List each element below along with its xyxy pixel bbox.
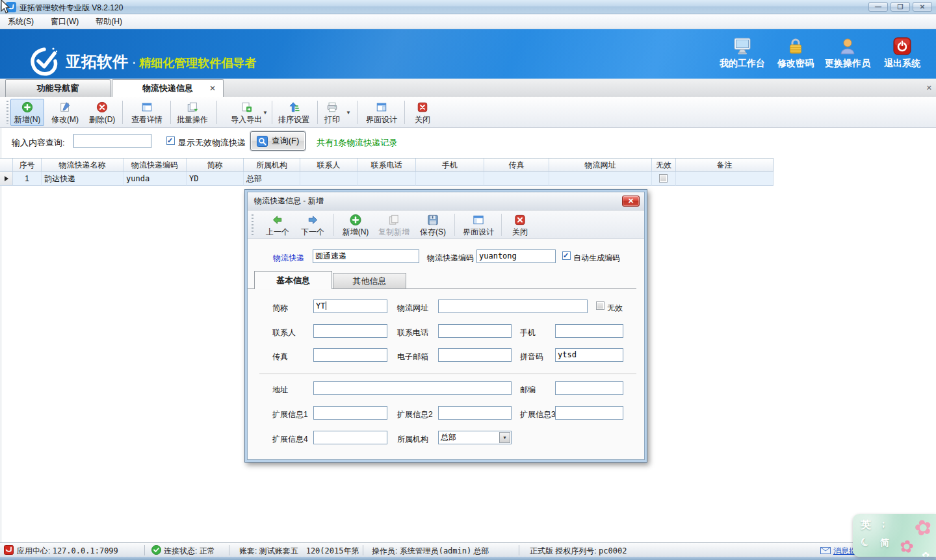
ext4-input[interactable] (313, 431, 387, 444)
close-button[interactable]: ✕ (913, 2, 932, 12)
restore-button[interactable]: ❐ (890, 2, 910, 12)
menu-help[interactable]: 帮助(H) (96, 16, 122, 27)
toolbar-import-export-button[interactable]: 导入导出 (226, 99, 267, 126)
workbench-button[interactable]: 我的工作台 (718, 37, 767, 70)
header-remark[interactable]: 备注 (676, 159, 774, 172)
dialog-next-button[interactable]: 下一个 (297, 212, 328, 238)
header-invalid[interactable]: 无效 (652, 159, 676, 172)
message-icon[interactable] (820, 547, 831, 554)
close-icon (416, 101, 429, 113)
org-select[interactable]: 总部 ▼ (438, 431, 512, 444)
toolbar-batch-button[interactable]: 批量操作 (172, 99, 213, 126)
org-dropdown-button[interactable]: ▼ (499, 432, 510, 443)
dialog-design-button[interactable]: 界面设计 (460, 212, 497, 238)
toolbar-delete-button[interactable]: 删除(D) (85, 99, 119, 126)
contact-input[interactable] (313, 324, 387, 338)
tab-other-info[interactable]: 其他信息 (333, 273, 406, 289)
auto-code-checkbox[interactable] (562, 251, 571, 260)
change-password-button[interactable]: 修改密码 (777, 37, 814, 70)
url-input[interactable] (438, 299, 588, 313)
next-icon (306, 214, 319, 226)
print-caret-icon[interactable]: ▼ (346, 110, 351, 116)
toolbar-edit-button[interactable]: 修改(M) (48, 99, 82, 126)
show-invalid-checkbox[interactable] (166, 136, 175, 145)
toolbar-grip (6, 101, 8, 124)
header-abbr[interactable]: 简称 (187, 159, 244, 172)
tabstrip-close-icon[interactable]: ✕ (926, 84, 932, 92)
menubar: 系统(S) 窗口(W) 帮助(H) (0, 15, 936, 29)
header-phone[interactable]: 联系电话 (358, 159, 416, 172)
mobile-input[interactable] (555, 324, 623, 338)
header-url[interactable]: 物流网址 (549, 159, 652, 172)
ime-punct-indicator[interactable]: ； (879, 518, 888, 530)
header-seq[interactable]: 序号 (13, 159, 42, 172)
minimize-button[interactable]: — (868, 2, 888, 12)
fax-input[interactable] (313, 348, 387, 362)
logistics-name-input[interactable]: 圆通速递 (313, 249, 419, 263)
ext3-input[interactable] (555, 406, 623, 420)
import-export-caret-icon[interactable]: ▼ (263, 110, 268, 116)
table-row[interactable]: 1 韵达快递 yunda YD 总部 (0, 172, 774, 186)
url-label: 物流网址 (397, 303, 428, 314)
tab-close-icon[interactable]: ✕ (209, 84, 216, 92)
user-icon (838, 37, 857, 55)
batch-icon (186, 101, 199, 113)
search-input[interactable] (73, 134, 151, 148)
tab-nav-window[interactable]: 功能导航窗 (5, 79, 110, 97)
header-code[interactable]: 物流快递编码 (124, 159, 187, 172)
dialog-close-toolbar-button[interactable]: 关闭 (506, 212, 534, 238)
ime-toolbar[interactable]: ✿ ✿ ✿ 英 ； ☾ 简 (853, 514, 936, 557)
zip-input[interactable] (555, 381, 623, 395)
ext2-input[interactable] (438, 406, 512, 420)
menu-system[interactable]: 系统(S) (8, 16, 34, 27)
toolbar-add-button[interactable]: 新增(N) (10, 99, 44, 126)
header-name[interactable]: 物流快递名称 (42, 159, 124, 172)
window-bottom-frame (0, 557, 936, 560)
tab-basic-info[interactable]: 基本信息 (254, 271, 332, 289)
row-marker (0, 172, 13, 186)
toolbar-print-button[interactable]: 打印 (318, 99, 346, 126)
prev-icon (271, 214, 284, 226)
ext2-label: 扩展信息2 (397, 409, 433, 420)
toolbar-detail-button[interactable]: 查看详情 (126, 99, 168, 126)
header-mobile[interactable]: 手机 (416, 159, 484, 172)
dialog-prev-button[interactable]: 上一个 (262, 212, 293, 238)
logistics-code-input[interactable]: yuantong (476, 249, 556, 263)
header-fax[interactable]: 传真 (484, 159, 549, 172)
chevron-down-icon: ▼ (502, 431, 507, 444)
tab-logistics-info[interactable]: 物流快递信息 ✕ (112, 79, 224, 97)
ime-moon-icon[interactable]: ☾ (859, 535, 872, 550)
header-org[interactable]: 所属机构 (244, 159, 300, 172)
switch-operator-button[interactable]: 更换操作员 (824, 37, 871, 70)
toolbar-design-button[interactable]: 界面设计 (361, 99, 402, 126)
exit-button[interactable]: 退出系统 (883, 37, 922, 70)
grid-header: 序号 物流快递名称 物流快递编码 简称 所属机构 联系人 联系电话 手机 传真 … (0, 158, 774, 172)
abbr-input[interactable]: YT (313, 299, 387, 313)
query-button[interactable]: 查询(F) (250, 131, 306, 151)
address-input[interactable] (313, 381, 512, 395)
row-invalid-checkbox[interactable] (659, 174, 668, 183)
ime-english-indicator[interactable]: 英 (861, 518, 871, 532)
flower-icon: ✿ (922, 550, 930, 557)
brand-slogan: 精细化管理软件倡导者 (139, 55, 256, 71)
ime-simplified-indicator[interactable]: 简 (880, 537, 889, 549)
copy-icon (387, 214, 400, 226)
email-input[interactable] (438, 348, 512, 362)
statusbar: 应用中心: 127.0.0.1:7099 连接状态: 正常 账套: 测试账套五 … (0, 542, 936, 557)
menu-window[interactable]: 窗口(W) (51, 16, 79, 27)
toolbar-sort-button[interactable]: 排序设置 (273, 99, 315, 126)
close-icon (514, 214, 526, 226)
pinyin-input[interactable]: ytsd (555, 348, 623, 362)
header-contact[interactable]: 联系人 (300, 159, 358, 172)
dialog-close-button[interactable]: ✕ (622, 196, 640, 207)
dialog-copy-add-button[interactable]: 复制新增 (375, 212, 413, 238)
invalid-checkbox[interactable] (596, 301, 604, 310)
dialog-add-button[interactable]: 新增(N) (339, 212, 372, 238)
dialog-save-button[interactable]: 保存(S) (417, 212, 449, 238)
dialog-tabs: 基本信息 其他信息 (254, 271, 643, 289)
phone-input[interactable] (438, 324, 512, 338)
toolbar-close-button[interactable]: 关闭 (408, 99, 437, 126)
ext1-input[interactable] (313, 406, 387, 420)
mobile-label: 手机 (520, 327, 536, 338)
data-grid: 序号 物流快递名称 物流快递编码 简称 所属机构 联系人 联系电话 手机 传真 … (0, 158, 774, 186)
